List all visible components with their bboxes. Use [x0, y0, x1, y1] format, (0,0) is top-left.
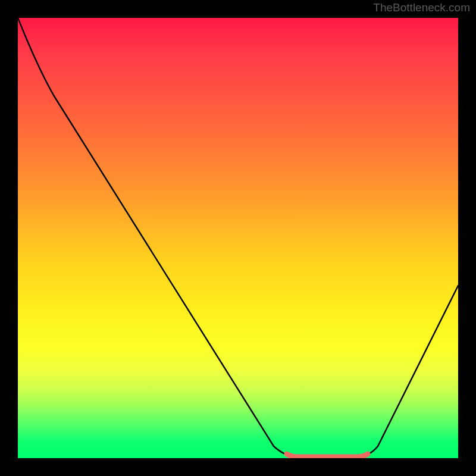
minimum-highlight [287, 454, 368, 457]
bottleneck-curve [18, 18, 458, 457]
watermark-text: TheBottleneck.com [373, 1, 470, 14]
curve-svg [18, 18, 458, 458]
chart-container: TheBottleneck.com [0, 0, 476, 476]
plot-area [18, 18, 458, 458]
